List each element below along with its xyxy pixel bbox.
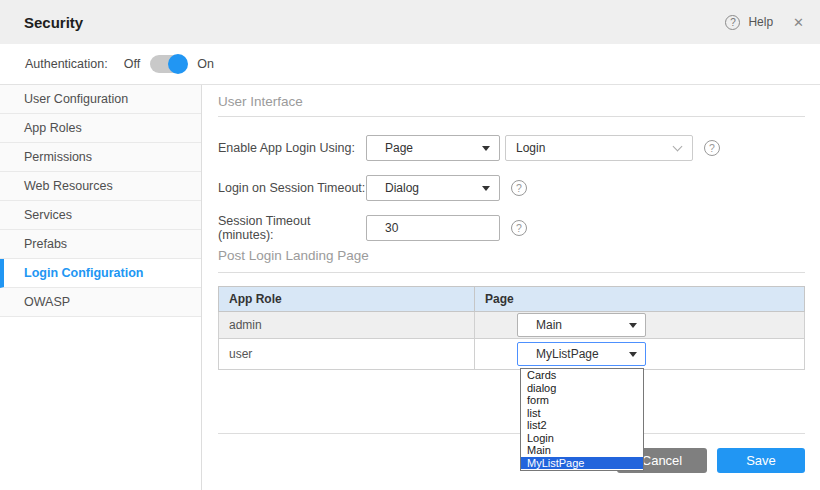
sidebar-item-prefabs[interactable]: Prefabs xyxy=(0,230,201,259)
login-using-type-value: Page xyxy=(385,141,413,155)
help-icon[interactable]: ? xyxy=(725,15,740,30)
dropdown-option-list[interactable]: list xyxy=(521,407,643,420)
titlebar: Security ? Help ✕ xyxy=(0,0,820,44)
sidebar-item-web-resources[interactable]: Web Resources xyxy=(0,172,201,201)
post-login-table: App Role Page admin Main xyxy=(218,286,805,370)
section-title-post-login: Post Login Landing Page xyxy=(218,248,805,263)
caret-down-icon xyxy=(629,323,637,328)
dropdown-option-mylistpage[interactable]: MyListPage xyxy=(521,457,643,470)
session-timeout-mode-label: Login on Session Timeout: xyxy=(218,181,366,195)
session-timeout-minutes-label: Session Timeout (minutes): xyxy=(218,214,366,242)
caret-down-icon xyxy=(629,352,637,357)
close-icon[interactable]: ✕ xyxy=(793,15,804,30)
login-using-help-icon[interactable]: ? xyxy=(704,140,720,156)
main-panel: User Interface Enable App Login Using: P… xyxy=(202,85,820,490)
admin-page-value: Main xyxy=(536,318,562,332)
column-header-page: Page xyxy=(475,287,805,312)
sidebar-item-login-configuration[interactable]: Login Configuration xyxy=(0,259,201,288)
toggle-on-label: On xyxy=(197,57,214,71)
column-header-app-role: App Role xyxy=(219,287,475,312)
form-row-session-timeout-minutes: Session Timeout (minutes): ? xyxy=(218,215,805,241)
section-title-user-interface: User Interface xyxy=(218,94,805,109)
user-role-cell: user xyxy=(219,339,475,370)
table-header-row: App Role Page xyxy=(219,287,805,312)
login-using-page-select[interactable]: Login xyxy=(505,135,693,161)
table-row-user: user MyListPage Cards dialog f xyxy=(219,339,805,370)
authentication-label: Authentication: xyxy=(25,57,108,71)
sidebar-item-user-configuration[interactable]: User Configuration xyxy=(0,85,201,114)
toggle-knob xyxy=(168,54,188,74)
section-divider xyxy=(218,116,805,117)
chevron-down-icon xyxy=(673,141,683,151)
dropdown-option-list2[interactable]: list2 xyxy=(521,419,643,432)
toggle-off-label: Off xyxy=(124,57,140,71)
caret-down-icon xyxy=(482,146,490,151)
authentication-bar: Authentication: Off On xyxy=(0,44,820,85)
dropdown-option-dialog[interactable]: dialog xyxy=(521,382,643,395)
session-timeout-minutes-help-icon[interactable]: ? xyxy=(511,220,527,236)
security-dialog: Security ? Help ✕ Authentication: Off On… xyxy=(0,0,820,490)
sidebar: User Configuration App Roles Permissions… xyxy=(0,85,202,490)
sidebar-item-permissions[interactable]: Permissions xyxy=(0,143,201,172)
session-timeout-mode-help-icon[interactable]: ? xyxy=(511,180,527,196)
session-timeout-minutes-input[interactable] xyxy=(366,215,500,241)
dropdown-option-cards[interactable]: Cards xyxy=(521,369,643,382)
user-page-select[interactable]: MyListPage xyxy=(517,342,646,366)
form-row-login-using: Enable App Login Using: Page Login ? xyxy=(218,135,805,161)
section-divider xyxy=(218,272,805,273)
admin-role-cell: admin xyxy=(219,312,475,339)
page-title: Security xyxy=(24,14,83,31)
user-page-value: MyListPage xyxy=(536,347,599,361)
login-using-type-select[interactable]: Page xyxy=(366,135,500,161)
page-dropdown-list: Cards dialog form list list2 Login Main … xyxy=(520,368,644,471)
authentication-toggle[interactable] xyxy=(150,55,187,73)
help-link[interactable]: Help xyxy=(748,15,773,29)
caret-down-icon xyxy=(482,186,490,191)
dropdown-option-form[interactable]: form xyxy=(521,394,643,407)
sidebar-item-services[interactable]: Services xyxy=(0,201,201,230)
admin-page-select[interactable]: Main xyxy=(517,313,646,337)
form-row-session-timeout-mode: Login on Session Timeout: Dialog ? xyxy=(218,175,805,201)
login-using-page-value: Login xyxy=(516,141,545,155)
login-using-label: Enable App Login Using: xyxy=(218,141,366,155)
sidebar-item-app-roles[interactable]: App Roles xyxy=(0,114,201,143)
sidebar-item-owasp[interactable]: OWASP xyxy=(0,288,201,317)
table-row-admin: admin Main xyxy=(219,312,805,339)
footer: Cancel Save xyxy=(218,433,805,473)
dropdown-option-main[interactable]: Main xyxy=(521,444,643,457)
save-button[interactable]: Save xyxy=(717,448,805,473)
session-timeout-mode-value: Dialog xyxy=(385,181,419,195)
session-timeout-mode-select[interactable]: Dialog xyxy=(366,175,500,201)
dropdown-option-login[interactable]: Login xyxy=(521,432,643,445)
